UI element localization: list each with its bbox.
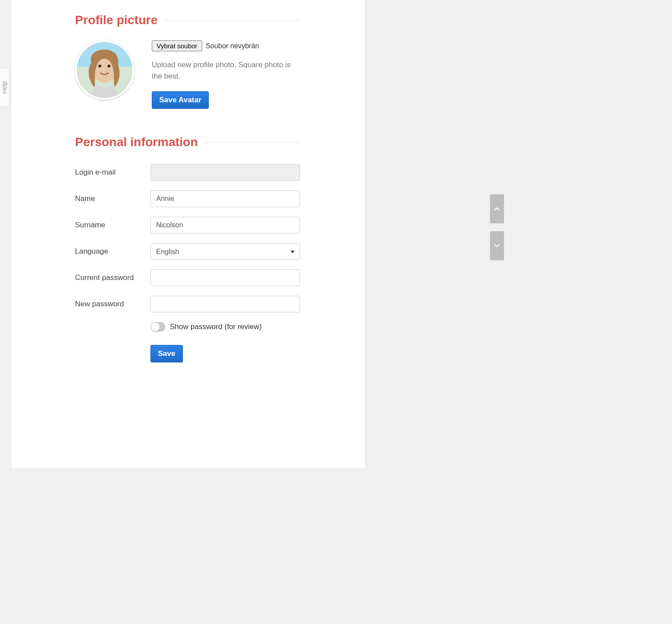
language-select[interactable]: English <box>150 243 300 260</box>
help-tab[interactable]: Help <box>0 68 10 107</box>
show-password-label: Show password (for review) <box>170 323 262 331</box>
show-password-toggle[interactable] <box>150 322 165 332</box>
upload-hint: Upload new profile photo. Square photo i… <box>152 59 300 82</box>
surname-label: Surname <box>75 221 150 230</box>
choose-file-button[interactable]: Vybrat soubor <box>152 40 202 51</box>
new-password-label: New password <box>75 300 150 308</box>
save-button[interactable]: Save <box>150 345 183 362</box>
scroll-down-button[interactable] <box>490 231 504 260</box>
svg-point-3 <box>107 65 111 68</box>
scroll-up-button[interactable] <box>490 194 504 223</box>
profile-picture-title: Profile picture <box>75 13 157 27</box>
svg-point-2 <box>98 65 101 68</box>
surname-field[interactable] <box>150 217 300 233</box>
save-avatar-button[interactable]: Save Avatar <box>152 91 209 109</box>
login-email-field <box>150 164 300 181</box>
current-password-field[interactable] <box>150 269 300 286</box>
new-password-field[interactable] <box>150 296 300 312</box>
chevron-up-icon <box>493 205 501 213</box>
name-label: Name <box>75 194 150 203</box>
file-status: Soubor nevybrán <box>206 42 259 50</box>
chevron-down-icon <box>493 242 501 250</box>
login-email-label: Login e-mail <box>75 168 150 177</box>
avatar <box>75 40 134 100</box>
profile-picture-section-header: Profile picture <box>75 13 300 27</box>
personal-info-section-header: Personal information <box>75 135 300 149</box>
name-field[interactable] <box>150 190 300 207</box>
personal-info-title: Personal information <box>75 135 198 149</box>
language-label: Language <box>75 247 150 256</box>
current-password-label: Current password <box>75 273 150 282</box>
